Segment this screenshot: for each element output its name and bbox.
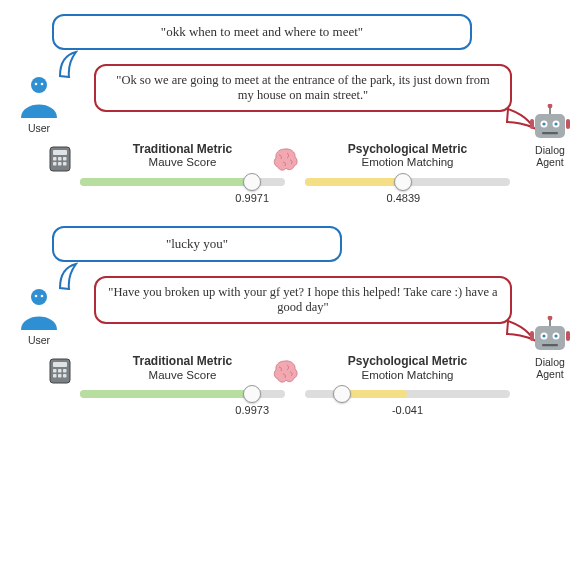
metric-title: Traditional Metric xyxy=(80,142,285,156)
metric-title: Psychological Metric xyxy=(305,142,510,156)
user-label: User xyxy=(14,122,64,134)
user-icon xyxy=(19,286,59,332)
user-speech-bubble: "lucky you" xyxy=(52,226,342,262)
brain-icon xyxy=(271,358,299,384)
slider-value: -0.041 xyxy=(392,404,423,416)
agent-message-text: "Have you broken up with your gf yet? I … xyxy=(108,285,497,314)
psychological-slider[interactable]: -0.041 xyxy=(305,390,510,398)
agent-message-text: "Ok so we are going to meet at the entra… xyxy=(116,73,489,102)
metric-header: Psychological Metric Emotion Matching xyxy=(305,142,510,170)
user-label: User xyxy=(14,334,64,346)
agent-icon-block: Dialog Agent xyxy=(520,104,580,168)
slider-knob[interactable] xyxy=(333,385,351,403)
agent-icon-block: Dialog Agent xyxy=(520,316,580,380)
metrics-row: Traditional Metric Mauve Score 0.9973 Ps… xyxy=(14,354,572,398)
slider-fill xyxy=(80,178,252,186)
robot-icon xyxy=(529,104,571,142)
calculator-icon xyxy=(46,146,74,172)
slider-value: 0.9973 xyxy=(235,404,269,416)
user-icon xyxy=(19,74,59,120)
slider-knob[interactable] xyxy=(243,385,261,403)
traditional-slider[interactable]: 0.9971 xyxy=(80,178,285,186)
user-speech-bubble: "okk when to meet and where to meet" xyxy=(52,14,472,50)
brain-icon xyxy=(271,146,299,172)
slider-value: 0.4839 xyxy=(387,192,421,204)
slider-knob[interactable] xyxy=(394,173,412,191)
slider-knob[interactable] xyxy=(243,173,261,191)
dialog-row: "okk when to meet and where to meet" "Ok… xyxy=(14,14,572,134)
metric-subtitle: Mauve Score xyxy=(80,369,285,383)
psychological-metric: Psychological Metric Emotion Matching -0… xyxy=(305,354,510,398)
slider-fill xyxy=(342,390,408,398)
metric-header: Traditional Metric Mauve Score xyxy=(80,142,285,170)
agent-label: Dialog Agent xyxy=(520,144,580,168)
metric-title: Traditional Metric xyxy=(80,354,285,368)
agent-label: Dialog Agent xyxy=(520,356,580,380)
agent-speech-bubble: "Have you broken up with your gf yet? I … xyxy=(94,276,512,324)
psychological-slider[interactable]: 0.4839 xyxy=(305,178,510,186)
user-icon-block: User xyxy=(14,74,64,134)
metrics-row: Traditional Metric Mauve Score 0.9971 Ps… xyxy=(14,142,572,186)
metric-title: Psychological Metric xyxy=(305,354,510,368)
metric-subtitle: Mauve Score xyxy=(80,156,285,170)
slider-fill xyxy=(305,178,403,186)
panel-2: "lucky you" "Have you broken up with you… xyxy=(14,226,572,398)
dialog-row: "lucky you" "Have you broken up with you… xyxy=(14,226,572,346)
user-icon-block: User xyxy=(14,286,64,346)
calculator-icon xyxy=(46,358,74,384)
psychological-metric: Psychological Metric Emotion Matching 0.… xyxy=(305,142,510,186)
robot-icon xyxy=(529,316,571,354)
traditional-slider[interactable]: 0.9973 xyxy=(80,390,285,398)
metric-subtitle: Emotion Matching xyxy=(305,156,510,170)
traditional-metric: Traditional Metric Mauve Score 0.9973 xyxy=(80,354,285,398)
slider-fill xyxy=(80,390,252,398)
user-message-text: "okk when to meet and where to meet" xyxy=(161,24,363,39)
metric-subtitle: Emotion Matching xyxy=(305,369,510,383)
slider-value: 0.9971 xyxy=(235,192,269,204)
traditional-metric: Traditional Metric Mauve Score 0.9971 xyxy=(80,142,285,186)
panel-1: "okk when to meet and where to meet" "Ok… xyxy=(14,14,572,186)
metric-header: Psychological Metric Emotion Matching xyxy=(305,354,510,382)
user-message-text: "lucky you" xyxy=(166,236,228,251)
metric-header: Traditional Metric Mauve Score xyxy=(80,354,285,382)
agent-speech-bubble: "Ok so we are going to meet at the entra… xyxy=(94,64,512,112)
